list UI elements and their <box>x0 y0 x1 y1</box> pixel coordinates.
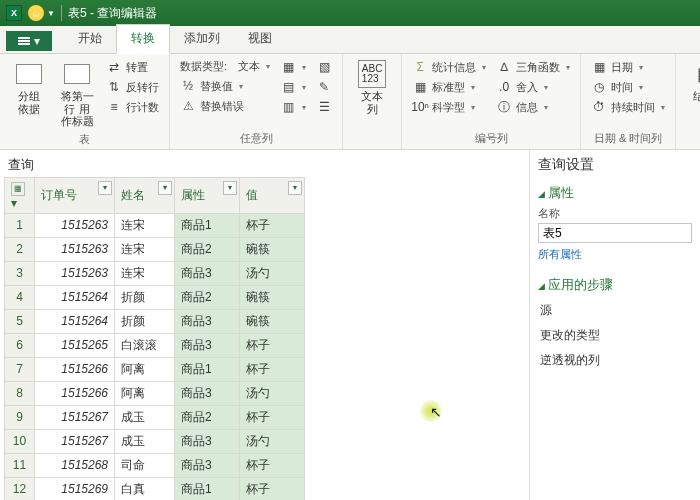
statistics-button[interactable]: Σ统计信息 <box>410 58 488 76</box>
scientific-button[interactable]: 10ⁿ科学型 <box>410 98 488 116</box>
cell-attr[interactable]: 商品2 <box>175 237 240 261</box>
replace-errors-button[interactable]: ⚠替换错误 <box>178 97 272 115</box>
cell-value[interactable]: 杯子 <box>240 357 305 381</box>
cell-order[interactable]: 1515267 <box>35 429 115 453</box>
tab-transform[interactable]: 转换 <box>116 24 170 54</box>
cell-value[interactable]: 杯子 <box>240 333 305 357</box>
table-row[interactable]: 11515263连宋商品1杯子 <box>5 213 305 237</box>
cell-value[interactable]: 碗筷 <box>240 309 305 333</box>
applied-step[interactable]: 逆透视的列 <box>538 348 692 373</box>
tab-view[interactable]: 视图 <box>234 25 286 53</box>
cell-name[interactable]: 司命 <box>115 453 175 477</box>
cell-attr[interactable]: 商品3 <box>175 309 240 333</box>
move-button[interactable]: ▥ <box>278 98 308 116</box>
cell-order[interactable]: 1515263 <box>35 261 115 285</box>
cell-order[interactable]: 1515263 <box>35 237 115 261</box>
cell-attr[interactable]: 商品3 <box>175 261 240 285</box>
trig-button[interactable]: ∆三角函数 <box>494 58 572 76</box>
cell-order[interactable]: 1515267 <box>35 405 115 429</box>
count-rows-button[interactable]: ≡行计数 <box>104 98 161 116</box>
groupby-button[interactable]: 分组 依据 <box>8 58 50 117</box>
cell-name[interactable]: 折颜 <box>115 285 175 309</box>
table-row[interactable]: 41515264折颜商品2碗筷 <box>5 285 305 309</box>
row-number[interactable]: 9 <box>5 405 35 429</box>
row-number[interactable]: 7 <box>5 357 35 381</box>
applied-step[interactable]: 更改的类型 <box>538 323 692 348</box>
cell-name[interactable]: 连宋 <box>115 261 175 285</box>
tab-home[interactable]: 开始 <box>64 25 116 53</box>
cell-order[interactable]: 1515265 <box>35 333 115 357</box>
applied-step[interactable]: 源 <box>538 298 692 323</box>
firstrow-header-button[interactable]: 将第一行 用作标题 <box>56 58 98 130</box>
file-button[interactable]: ▾ <box>6 31 52 51</box>
cell-attr[interactable]: 商品2 <box>175 285 240 309</box>
smiley-icon[interactable]: ☺ <box>28 5 44 21</box>
cell-order[interactable]: 1515263 <box>35 213 115 237</box>
cell-value[interactable]: 杯子 <box>240 477 305 500</box>
filter-dropdown-icon[interactable]: ▾ <box>158 181 172 195</box>
rename-button[interactable]: ✎ <box>314 78 334 96</box>
row-number[interactable]: 10 <box>5 429 35 453</box>
unpivot-button[interactable]: ▧ <box>314 58 334 76</box>
transpose-button[interactable]: ⇄转置 <box>104 58 161 76</box>
tab-addcolumn[interactable]: 添加列 <box>170 25 234 53</box>
datatype-button[interactable]: 数据类型: 文本 <box>178 58 272 75</box>
standard-button[interactable]: ▦标准型 <box>410 78 488 96</box>
rounding-button[interactable]: .0舍入 <box>494 78 572 96</box>
textcolumn-button[interactable]: ABC123 文本 列 <box>351 58 393 117</box>
row-number[interactable]: 8 <box>5 381 35 405</box>
cell-name[interactable]: 连宋 <box>115 237 175 261</box>
date-button[interactable]: ▦日期 <box>589 58 667 76</box>
cell-attr[interactable]: 商品3 <box>175 333 240 357</box>
row-number[interactable]: 4 <box>5 285 35 309</box>
cell-name[interactable]: 折颜 <box>115 309 175 333</box>
column-header-order[interactable]: 订单号▾ <box>35 178 115 214</box>
fill-button[interactable]: ▦ <box>278 58 308 76</box>
replace-values-button[interactable]: ½替换值 <box>178 77 272 95</box>
cell-name[interactable]: 连宋 <box>115 213 175 237</box>
row-number[interactable]: 12 <box>5 477 35 500</box>
time-button[interactable]: ◷时间 <box>589 78 667 96</box>
cell-order[interactable]: 1515264 <box>35 309 115 333</box>
cell-name[interactable]: 白真 <box>115 477 175 500</box>
cell-attr[interactable]: 商品1 <box>175 477 240 500</box>
cell-name[interactable]: 成玉 <box>115 405 175 429</box>
table-row[interactable]: 101515267成玉商品3汤勺 <box>5 429 305 453</box>
info-button[interactable]: ⓘ信息 <box>494 98 572 116</box>
table-corner-button[interactable]: ▦▾ <box>5 178 35 214</box>
table-row[interactable]: 91515267成玉商品2杯子 <box>5 405 305 429</box>
filter-dropdown-icon[interactable]: ▾ <box>98 181 112 195</box>
cell-name[interactable]: 阿离 <box>115 357 175 381</box>
filter-dropdown-icon[interactable]: ▾ <box>288 181 302 195</box>
convert-button[interactable]: ☰ <box>314 98 334 116</box>
cell-order[interactable]: 1515268 <box>35 453 115 477</box>
row-number[interactable]: 5 <box>5 309 35 333</box>
duration-button[interactable]: ⏱持续时间 <box>589 98 667 116</box>
query-name-input[interactable] <box>538 223 692 243</box>
row-number[interactable]: 6 <box>5 333 35 357</box>
all-properties-link[interactable]: 所有属性 <box>538 247 692 262</box>
cell-attr[interactable]: 商品3 <box>175 381 240 405</box>
table-row[interactable]: 31515263连宋商品3汤勺 <box>5 261 305 285</box>
reverse-rows-button[interactable]: ⇅反转行 <box>104 78 161 96</box>
cell-value[interactable]: 碗筷 <box>240 285 305 309</box>
smiley-dropdown-icon[interactable]: ▼ <box>47 9 55 18</box>
cell-order[interactable]: 1515266 <box>35 357 115 381</box>
table-row[interactable]: 61515265白滚滚商品3杯子 <box>5 333 305 357</box>
cell-attr[interactable]: 商品2 <box>175 405 240 429</box>
cell-name[interactable]: 阿离 <box>115 381 175 405</box>
cell-attr[interactable]: 商品3 <box>175 429 240 453</box>
filter-dropdown-icon[interactable]: ▾ <box>223 181 237 195</box>
cell-attr[interactable]: 商品3 <box>175 453 240 477</box>
table-row[interactable]: 111515268司命商品3杯子 <box>5 453 305 477</box>
table-row[interactable]: 81515266阿离商品3汤勺 <box>5 381 305 405</box>
pivot-button[interactable]: ▤ <box>278 78 308 96</box>
row-number[interactable]: 3 <box>5 261 35 285</box>
cell-value[interactable]: 杯子 <box>240 405 305 429</box>
table-row[interactable]: 121515269白真商品1杯子 <box>5 477 305 500</box>
cell-value[interactable]: 汤勺 <box>240 429 305 453</box>
column-header-name[interactable]: 姓名▾ <box>115 178 175 214</box>
cell-order[interactable]: 1515269 <box>35 477 115 500</box>
cell-name[interactable]: 白滚滚 <box>115 333 175 357</box>
structured-button[interactable]: ▦ 结 化 <box>684 58 700 105</box>
